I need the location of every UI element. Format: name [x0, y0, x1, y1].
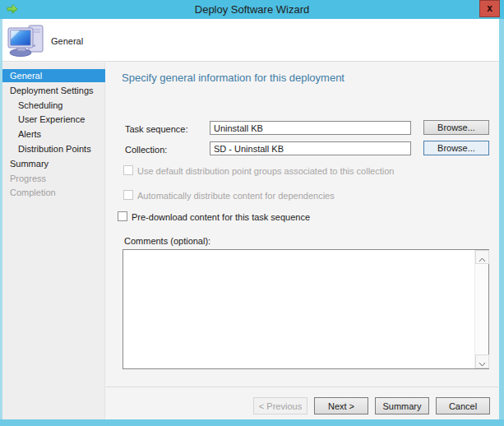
- scroll-up-button[interactable]: [475, 250, 489, 264]
- use-default-dp-groups-label: Use default distribution point groups as…: [137, 166, 394, 176]
- task-sequence-input[interactable]: [210, 121, 411, 135]
- window-border-right: [499, 19, 504, 426]
- chevron-down-icon: [479, 362, 486, 367]
- wizard-content: Specify general information for this dep…: [106, 63, 499, 419]
- sidebar-item-progress: Progress: [2, 172, 105, 185]
- sidebar-item-summary[interactable]: Summary: [2, 157, 105, 170]
- wizard-steps-sidebar: General Deployment Settings Scheduling U…: [2, 63, 105, 419]
- sidebar-item-completion: Completion: [2, 186, 105, 199]
- chevron-up-icon: [479, 257, 486, 262]
- sidebar-item-alerts[interactable]: Alerts: [2, 127, 105, 141]
- window-border-left: [0, 19, 2, 426]
- comments-textarea[interactable]: [123, 249, 489, 369]
- previous-button: < Previous: [253, 397, 307, 414]
- content-heading: Specify general information for this dep…: [122, 72, 344, 84]
- sidebar-item-scheduling[interactable]: Scheduling: [2, 99, 105, 112]
- window-border-bottom: [0, 419, 504, 426]
- cancel-button[interactable]: Cancel: [436, 397, 490, 414]
- sidebar-item-distribution-points[interactable]: Distribution Points: [2, 142, 105, 155]
- sidebar-item-user-experience[interactable]: User Experience: [2, 113, 105, 126]
- collection-browse-button[interactable]: Browse...: [423, 141, 489, 155]
- page-title: General: [51, 36, 83, 46]
- sidebar-item-general[interactable]: General: [2, 69, 105, 82]
- next-button[interactable]: Next >: [314, 397, 368, 414]
- summary-button[interactable]: Summary: [375, 397, 429, 414]
- scroll-down-button[interactable]: [475, 354, 489, 368]
- task-sequence-browse-button[interactable]: Browse...: [423, 120, 489, 135]
- wizard-page-header: General: [2, 19, 499, 62]
- auto-distribute-label: Automatically distribute content for dep…: [137, 191, 335, 201]
- sidebar-item-deployment-settings[interactable]: Deployment Settings: [2, 84, 105, 97]
- footer-divider: [106, 387, 498, 387]
- auto-distribute-checkbox: [123, 190, 133, 200]
- collection-input[interactable]: [210, 141, 411, 155]
- close-button[interactable]: x: [479, 0, 500, 17]
- comments-label: Comments (optional):: [124, 236, 210, 246]
- window-title: Deploy Software Wizard: [0, 3, 504, 16]
- pre-download-checkbox[interactable]: [118, 211, 127, 221]
- use-default-dp-groups-checkbox: [123, 165, 133, 175]
- comments-scrollbar[interactable]: [474, 250, 488, 368]
- title-bar: Deploy Software Wizard x: [0, 0, 504, 19]
- deploy-software-wizard-window: Deploy Software Wizard x General General…: [0, 0, 504, 426]
- task-sequence-label: Task sequence:: [125, 124, 187, 134]
- collection-label: Collection:: [125, 145, 167, 155]
- pre-download-label: Pre-download content for this task seque…: [132, 212, 310, 222]
- computer-icon: [7, 23, 45, 58]
